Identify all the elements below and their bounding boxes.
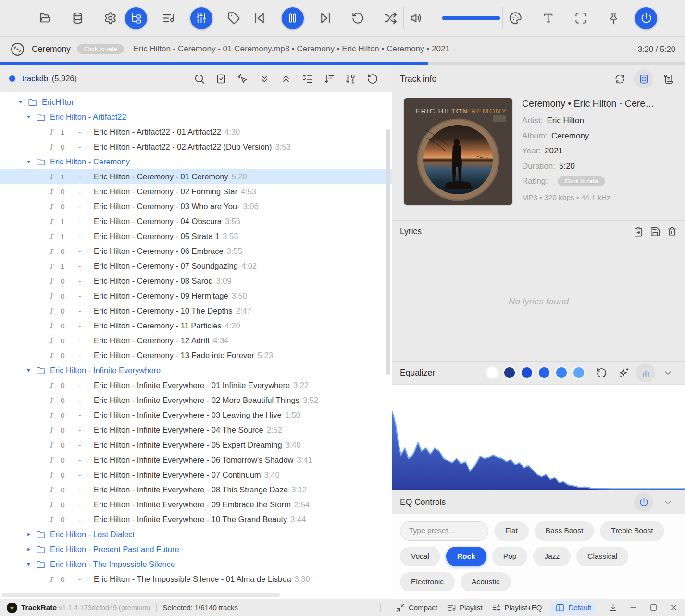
tree-vertical-scrollbar[interactable] — [386, 129, 390, 375]
preset-search-input[interactable] — [400, 521, 488, 541]
eq-power-button[interactable] — [634, 492, 653, 512]
seek-bar[interactable] — [0, 62, 685, 65]
details-view-button[interactable] — [658, 69, 677, 88]
tree-track-row[interactable]: 0-Eric Hilton - Ceremony - 08 Sarod3:09 — [0, 274, 392, 289]
preset-bass-boost-button[interactable]: Bass Boost — [535, 521, 594, 541]
preset-pop-button[interactable]: Pop — [492, 547, 528, 566]
now-playing-rating-badge[interactable]: Click to rate — [77, 44, 125, 54]
save-lyrics-button[interactable] — [650, 226, 660, 237]
power-button[interactable] — [635, 7, 657, 29]
layout-playlist-eq-button[interactable]: Playlist+EQ — [492, 603, 542, 613]
downloads-button[interactable] — [609, 603, 618, 612]
multi-select-button[interactable] — [302, 73, 313, 85]
tree-horizontal-scrollbar[interactable] — [2, 593, 280, 597]
eq-color-dot-1[interactable] — [487, 367, 498, 378]
layout-default-button[interactable]: Default — [551, 601, 596, 615]
pause-button[interactable] — [282, 7, 304, 29]
font-button[interactable] — [537, 7, 559, 29]
preset-vocal-button[interactable]: Vocal — [400, 547, 440, 566]
sort-button[interactable] — [324, 73, 335, 85]
collapse-equalizer-button[interactable] — [658, 363, 677, 382]
database-button[interactable] — [66, 7, 88, 29]
tree-track-row[interactable]: 0-Eric Hilton - Infinite Everywhere - 04… — [0, 423, 392, 438]
tree-folder-row[interactable]: Eric Hilton - Artifact22 — [0, 110, 392, 125]
tree-folder-row[interactable]: Eric Hilton - Infinite Everywhere — [0, 363, 392, 378]
collapse-eq-controls-button[interactable] — [658, 492, 677, 512]
tree-track-row[interactable]: 0-Eric Hilton - Ceremony - 10 The Depths… — [0, 303, 392, 318]
playlist-view-button[interactable] — [158, 7, 180, 29]
tree-track-row[interactable]: 1-Eric Hilton - Ceremony - 01 Ceremony5:… — [0, 169, 392, 184]
collapse-all-button[interactable] — [259, 73, 270, 85]
eq-color-dot-5[interactable] — [556, 367, 567, 378]
tree-track-row[interactable]: 0-Eric Hilton - The Impossible Silence -… — [0, 572, 392, 587]
next-track-button[interactable] — [314, 7, 336, 29]
refresh-metadata-button[interactable] — [610, 69, 629, 88]
search-button[interactable] — [194, 73, 205, 85]
mute-button[interactable] — [405, 7, 427, 29]
close-button[interactable] — [669, 603, 678, 612]
preset-classical-button[interactable]: Classical — [576, 547, 628, 566]
delete-lyrics-button[interactable] — [667, 226, 677, 237]
layout-compact-button[interactable]: Compact — [396, 603, 437, 613]
repeat-button[interactable] — [347, 7, 369, 29]
tree-track-row[interactable]: 1-Eric Hilton - Ceremony - 07 Soundgazin… — [0, 259, 392, 274]
fullscreen-button[interactable] — [570, 7, 592, 29]
tree-view-button[interactable] — [125, 7, 147, 29]
tree-track-row[interactable]: 0-Eric Hilton - Ceremony - 13 Fade into … — [0, 348, 392, 363]
preset-jazz-button[interactable]: Jazz — [533, 547, 571, 566]
tree-track-row[interactable]: 0-Eric Hilton - Infinite Everywhere - 10… — [0, 512, 392, 527]
album-art-view-button[interactable] — [634, 69, 653, 88]
reset-view-button[interactable] — [367, 73, 378, 85]
volume-slider[interactable] — [442, 16, 500, 20]
settings-button[interactable] — [99, 7, 121, 29]
auto-eq-button[interactable] — [614, 363, 633, 382]
tree-folder-row[interactable]: Eric Hilton - Ceremony — [0, 154, 392, 169]
expand-all-button[interactable] — [280, 73, 292, 85]
eq-color-dot-4[interactable] — [539, 367, 549, 378]
tree-track-row[interactable]: 0-Eric Hilton - Infinite Everywhere - 03… — [0, 408, 392, 423]
tree-track-row[interactable]: 1-Eric Hilton - Ceremony - 05 Strata 13:… — [0, 229, 392, 244]
preset-flat-button[interactable]: Flat — [494, 521, 529, 541]
click-select-button[interactable] — [237, 73, 249, 85]
equalizer-view-button[interactable] — [190, 7, 212, 29]
tags-view-button[interactable] — [223, 7, 245, 29]
select-mode-button[interactable] — [215, 73, 227, 85]
paste-lyrics-button[interactable] — [633, 226, 644, 237]
rating-badge[interactable]: Click to rate — [558, 176, 605, 186]
tree-track-row[interactable]: 0-Eric Hilton - Infinite Everywhere - 09… — [0, 497, 392, 512]
tree-track-row[interactable]: 0-Eric Hilton - Ceremony - 06 Embrace3:5… — [0, 244, 392, 259]
tree-folder-row[interactable]: Eric Hilton - The Impossible Silence — [0, 557, 392, 572]
preset-electronic-button[interactable]: Electronic — [400, 572, 455, 591]
preset-treble-boost-button[interactable]: Treble Boost — [600, 521, 664, 541]
eq-color-dot-3[interactable] — [522, 367, 532, 378]
layout-playlist-button[interactable]: Playlist — [447, 603, 483, 613]
tree-track-row[interactable]: 0-Eric Hilton - Ceremony - 12 Adrift4:34 — [0, 333, 392, 348]
tree-track-row[interactable]: 0-Eric Hilton - Infinite Everywhere - 06… — [0, 453, 392, 467]
spectrum-toggle-button[interactable] — [636, 363, 655, 382]
tree-folder-row[interactable]: Eric Hilton - Lost Dialect — [0, 527, 392, 542]
tree-track-row[interactable]: 0-Eric Hilton - Infinite Everywhere - 08… — [0, 482, 392, 497]
tree-folder-row[interactable]: EricHilton — [0, 95, 392, 110]
previous-track-button[interactable] — [249, 7, 271, 29]
eq-color-dot-2[interactable] — [504, 367, 515, 378]
preset-rock-button[interactable]: Rock — [446, 547, 486, 566]
tree-track-row[interactable]: 0-Eric Hilton - Infinite Everywhere - 01… — [0, 378, 392, 393]
pin-window-button[interactable] — [602, 7, 624, 29]
tree-track-row[interactable]: 1-Eric Hilton - Artifact22 - 01 Artifact… — [0, 125, 392, 139]
tree-track-row[interactable]: 0-Eric Hilton - Ceremony - 09 Hermitage3… — [0, 289, 392, 303]
minimize-button[interactable] — [629, 603, 638, 612]
preset-acoustic-button[interactable]: Acoustic — [461, 572, 511, 591]
tree-folder-row[interactable]: Eric Hilton - Present Past and Future — [0, 542, 392, 557]
tree-track-row[interactable]: 0-Eric Hilton - Ceremony - 02 Forming St… — [0, 184, 392, 199]
eq-color-dot-6[interactable] — [573, 367, 584, 378]
tree-track-row[interactable]: 0-Eric Hilton - Ceremony - 11 Particles4… — [0, 318, 392, 333]
tree-track-row[interactable]: 1-Eric Hilton - Ceremony - 04 Obscura3:5… — [0, 214, 392, 229]
tree-track-row[interactable]: 0-Eric Hilton - Artifact22 - 02 Artifact… — [0, 139, 392, 154]
tree-track-row[interactable]: 0-Eric Hilton - Infinite Everywhere - 02… — [0, 393, 392, 408]
reset-eq-button[interactable] — [592, 363, 611, 382]
shuffle-button[interactable] — [380, 7, 402, 29]
maximize-button[interactable] — [649, 603, 658, 612]
sort-numeric-button[interactable] — [345, 73, 357, 85]
tree-track-row[interactable]: 0-Eric Hilton - Infinite Everywhere - 05… — [0, 438, 392, 453]
tree-track-row[interactable]: 0-Eric Hilton - Ceremony - 03 Who are Yo… — [0, 199, 392, 214]
